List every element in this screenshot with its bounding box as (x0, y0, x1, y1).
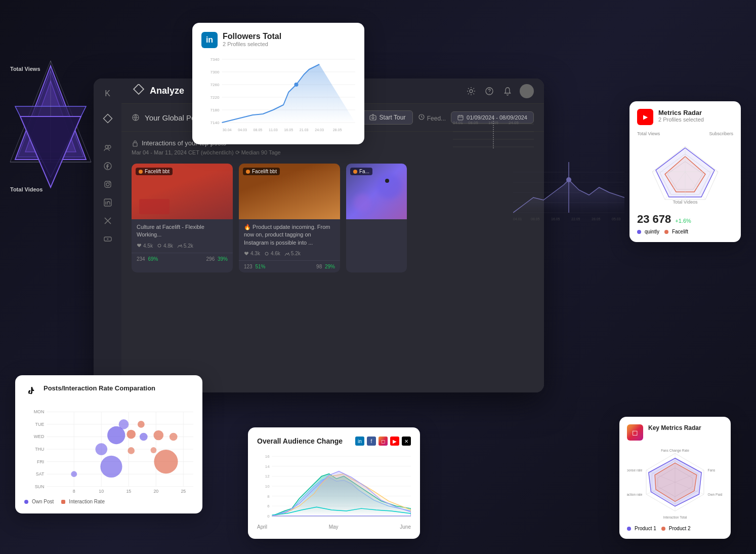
scatter-chart-area: MON TUE WED THU FRI SAT SUN 8 10 15 20 2… (24, 404, 193, 495)
svg-text:7300: 7300 (210, 70, 220, 74)
topbar-logo-icon (132, 84, 146, 98)
settings-icon[interactable] (465, 85, 477, 97)
sidebar-item-twitter[interactable] (101, 214, 115, 228)
linkedin-card-title: Followers Total (223, 32, 281, 41)
post-card-3: Fa... (346, 164, 407, 272)
svg-text:7140: 7140 (210, 121, 220, 125)
key-metrics-title: Key Metrics Radar (648, 424, 701, 431)
sidebar-toggle-button[interactable]: K (102, 86, 113, 101)
post-text-2: 🔥 Product update incoming. From now on, … (244, 223, 335, 247)
svg-point-146 (566, 177, 571, 182)
svg-text:08.05: 08.05 (531, 217, 540, 221)
total-views-label: Total Views (10, 66, 40, 72)
youtube-stat-value: 23 678 (637, 213, 671, 226)
svg-marker-0 (10, 61, 91, 162)
notifications-icon[interactable] (501, 85, 514, 97)
svg-point-100 (138, 421, 145, 428)
svg-point-98 (95, 443, 107, 455)
bg-chart-svg: 04.01 08.05 16.05 22.05 28.05 05.03 (513, 162, 624, 223)
svg-point-97 (100, 456, 122, 478)
social-icons-row: in f ◻ ▶ ✕ (355, 437, 411, 446)
svg-marker-1 (18, 71, 83, 157)
svg-text:15: 15 (126, 489, 131, 494)
audience-chart-x-axis: April May June (257, 522, 411, 530)
sidebar-item-linkedin[interactable] (101, 195, 115, 210)
topbar-logo: Analyze (132, 84, 184, 98)
post-stats-2: 4.3k 4.6k 5.2k (244, 251, 335, 256)
svg-text:SUN: SUN (35, 484, 45, 489)
user-avatar[interactable] (520, 84, 534, 98)
post-card-1: Facelift bbt Culture at Facelift - Flexi… (132, 164, 233, 272)
svg-text:6: 6 (267, 504, 270, 508)
post-image-2: Facelift bbt (239, 164, 340, 219)
svg-text:7340: 7340 (210, 57, 220, 62)
post-image-3: Fa... (346, 164, 407, 219)
feedback-button[interactable]: Feed... (418, 113, 446, 122)
help-icon[interactable] (483, 85, 495, 97)
svg-text:8: 8 (267, 494, 270, 499)
linkedin-mini-icon: in (355, 437, 364, 446)
svg-point-104 (154, 450, 178, 473)
post-text-1: Culture at Facelift - Flexible Working..… (137, 223, 228, 239)
svg-rect-8 (103, 114, 112, 123)
tiktok-legend-own-post: Own Post (24, 499, 54, 504)
svg-text:Response rate: Response rate (627, 468, 643, 472)
post-body-1: Culture at Facelift - Flexible Working..… (132, 219, 233, 253)
svg-point-103 (151, 447, 157, 453)
total-videos-label: Total Videos (10, 186, 43, 192)
linkedin-chart-area: 7340 7300 7260 7220 7180 7140 30.04 04.0… (201, 54, 355, 135)
youtube-radar-chart (637, 139, 733, 205)
sidebar-item-instagram[interactable] (101, 177, 115, 191)
svg-marker-4 (15, 106, 86, 177)
audience-area-chart: 16 14 12 10 8 6 0 (257, 451, 411, 522)
svg-text:7180: 7180 (210, 108, 220, 112)
youtube-platform-icon: ▶ (637, 109, 653, 125)
svg-point-99 (127, 430, 136, 439)
post-brand-1: Facelift bbt (136, 168, 173, 175)
svg-point-105 (128, 447, 135, 454)
svg-marker-3 (15, 66, 86, 160)
start-tour-button[interactable]: Start Tour (362, 110, 413, 125)
svg-text:Fans: Fans (708, 468, 716, 472)
svg-text:24.03: 24.03 (315, 128, 324, 132)
legend-item-2: Facelift (664, 229, 688, 234)
lock-icon (132, 140, 139, 147)
mini-chart-preview: 04.01 08.05 16.05 24.05 (453, 119, 534, 149)
key-metrics-legend: Product 1 Product 2 (627, 526, 723, 531)
radar-top-labels: Total Views Subscribers (637, 131, 733, 136)
svg-marker-7 (20, 116, 81, 187)
svg-text:FRI: FRI (37, 459, 44, 464)
svg-text:04.01: 04.01 (453, 121, 464, 125)
radar-svg (640, 139, 731, 205)
svg-text:16.05: 16.05 (284, 128, 293, 132)
card-audience-change: Overall Audience Change in f ◻ ▶ ✕ 16 14… (248, 427, 420, 539)
tiktok-platform-icon (24, 384, 38, 399)
svg-rect-17 (134, 84, 144, 94)
decorative-left: Total Views Total Videos (0, 51, 101, 253)
app-logo-icon (101, 113, 115, 128)
audience-card-header: Overall Audience Change in f ◻ ▶ ✕ (257, 437, 411, 446)
svg-text:Own Paid: Own Paid (708, 493, 723, 496)
svg-text:05.03: 05.03 (612, 217, 621, 221)
linkedin-platform-icon: in (201, 32, 218, 48)
svg-text:WED: WED (34, 434, 45, 439)
svg-text:8: 8 (73, 489, 75, 494)
sidebar-item-facebook[interactable] (101, 159, 115, 173)
key-metrics-radar-svg: Fans Change Rate Fans Own Paid Interacti… (627, 447, 723, 523)
post-stats-1: 4.5k 4.8k 5.2k (137, 243, 228, 249)
key-metrics-legend-2: Product 2 (661, 526, 691, 531)
left-triangle-chart (0, 51, 101, 228)
tiktok-card-header: Posts/Interaction Rate Comparation (24, 384, 193, 399)
sidebar-item-groups[interactable] (101, 141, 115, 155)
svg-point-27 (265, 252, 268, 255)
sidebar-item-youtube[interactable] (101, 232, 115, 246)
svg-rect-15 (104, 199, 111, 206)
card-youtube-radar: ▶ Metrics Radar 2 Profiles selected Tota… (629, 101, 741, 242)
svg-point-101 (153, 430, 163, 441)
svg-point-94 (119, 419, 129, 429)
svg-text:22.05: 22.05 (571, 217, 580, 221)
instagram-platform-icon: ◻ (627, 424, 643, 441)
card-tiktok-scatter: Posts/Interaction Rate Comparation MON T… (15, 375, 202, 513)
youtube-card-subtitle: 2 Profiles selected (658, 116, 704, 123)
posts-row: Facelift bbt Culture at Facelift - Flexi… (132, 164, 534, 272)
